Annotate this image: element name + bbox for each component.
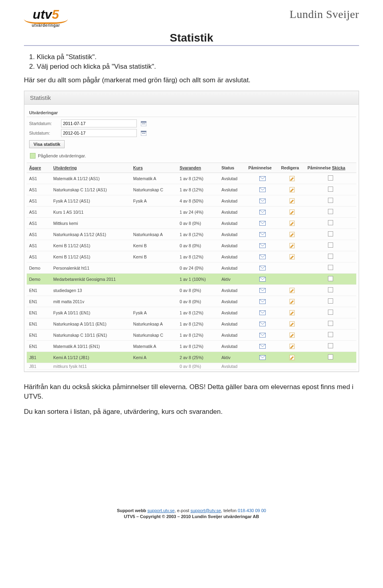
- statistik-panel: Statistik Utvärderingar Startdatum: Slut…: [24, 91, 359, 372]
- intro-note: Här ser du allt som pågår (markerat med …: [24, 76, 359, 84]
- cell-agare: AS1: [27, 251, 51, 262]
- edit-icon[interactable]: [281, 254, 303, 260]
- edit-icon[interactable]: [281, 288, 303, 293]
- checkbox[interactable]: [328, 287, 333, 292]
- cell-utvardering: mitt matta 2011v: [51, 296, 131, 307]
- cell-skicka: [305, 307, 356, 318]
- mail-icon[interactable]: [249, 254, 276, 259]
- footer-link-support-web[interactable]: support.utv.se: [147, 508, 174, 513]
- edit-icon[interactable]: [281, 321, 303, 327]
- edit-icon[interactable]: [281, 243, 303, 248]
- table-row: DemoMedarbetarenkät Geosigma 20111 av 1 …: [27, 274, 356, 285]
- edit-icon[interactable]: [281, 220, 303, 226]
- table-row: EN1Matematik A 10/11 (EN1)Matematik A1 a…: [27, 341, 356, 352]
- cell-paminnelse: [246, 173, 279, 184]
- cell-status: Avslutad: [219, 218, 246, 229]
- edit-icon[interactable]: [281, 355, 303, 360]
- cell-paminnelse: [246, 229, 279, 240]
- cell-agare: EN1: [27, 285, 51, 296]
- cell-paminnelse: [246, 262, 279, 274]
- mail-icon[interactable]: [249, 322, 276, 326]
- svg-rect-7: [142, 133, 143, 134]
- checkbox[interactable]: [328, 175, 333, 181]
- cell-utvardering: Mittkurs kemi: [51, 218, 131, 229]
- cell-kurs: Kemi B: [131, 251, 177, 262]
- cell-redigera: [279, 285, 305, 296]
- cell-agare: JB1: [27, 352, 51, 363]
- cell-agare: EN1: [27, 341, 51, 352]
- checkbox[interactable]: [328, 209, 333, 214]
- mail-icon[interactable]: [249, 333, 276, 338]
- cell-svaranden: 1 av 8 (12%): [177, 229, 219, 240]
- cell-skicka: [305, 285, 356, 296]
- start-date-input[interactable]: [61, 119, 137, 127]
- checkbox[interactable]: [328, 220, 333, 225]
- cell-agare: EN1: [27, 307, 51, 318]
- footer-link-support-email[interactable]: support@utv.se: [190, 508, 221, 513]
- checkbox[interactable]: [328, 265, 333, 270]
- mail-icon[interactable]: [249, 288, 276, 293]
- cell-paminnelse: [246, 285, 279, 296]
- checkbox[interactable]: [328, 254, 333, 259]
- th-utvardering[interactable]: Utvärdering: [51, 163, 131, 173]
- end-date-input[interactable]: [61, 129, 137, 137]
- edit-icon[interactable]: [281, 344, 303, 349]
- cell-paminnelse: [246, 251, 279, 262]
- mail-icon[interactable]: [249, 355, 276, 360]
- cell-skicka: [305, 240, 356, 251]
- cell-status: Avslutad: [219, 363, 246, 370]
- checkbox[interactable]: [328, 198, 333, 203]
- table-row: AS1Fysik A 11/12 (AS1)Fysik A4 av 8 (50%…: [27, 195, 356, 207]
- th-svaranden[interactable]: Svaranden: [177, 163, 219, 173]
- mail-icon[interactable]: [249, 344, 276, 349]
- th-agare[interactable]: Ägare: [27, 163, 51, 173]
- checkbox[interactable]: [328, 343, 333, 348]
- th-status: Status: [219, 163, 246, 173]
- mail-icon[interactable]: [249, 176, 276, 181]
- calendar-icon[interactable]: [141, 121, 146, 126]
- cell-kurs: Naturkunksap A: [131, 229, 177, 240]
- mail-icon[interactable]: [249, 199, 276, 203]
- edit-icon[interactable]: [281, 176, 303, 181]
- mail-icon[interactable]: [249, 232, 276, 237]
- mail-icon[interactable]: [249, 187, 276, 192]
- edit-icon[interactable]: [281, 232, 303, 237]
- th-skicka[interactable]: Påminnelse Skicka: [305, 163, 356, 173]
- checkbox[interactable]: [328, 276, 333, 281]
- cell-utvardering: Personalenkät ht11: [51, 262, 131, 274]
- cell-redigera: [279, 262, 305, 274]
- footer-phone: 018-430 09 00: [238, 508, 266, 513]
- svg-rect-1: [141, 121, 146, 123]
- checkbox[interactable]: [328, 231, 333, 236]
- page-header: utv5 utvärderingar Lundin Sveijer: [24, 8, 359, 28]
- mail-icon[interactable]: [249, 277, 276, 282]
- checkbox[interactable]: [328, 332, 333, 337]
- th-redigera: Redigera: [279, 163, 305, 173]
- mail-icon[interactable]: [249, 266, 276, 270]
- edit-icon[interactable]: [281, 299, 303, 304]
- mail-icon[interactable]: [249, 243, 276, 248]
- edit-icon[interactable]: [281, 310, 303, 316]
- checkbox[interactable]: [328, 187, 333, 192]
- checkbox[interactable]: [328, 354, 333, 360]
- edit-icon[interactable]: [281, 187, 303, 193]
- cell-redigera: [279, 240, 305, 251]
- checkbox[interactable]: [328, 298, 333, 304]
- checkbox[interactable]: [328, 310, 333, 315]
- checkbox[interactable]: [328, 242, 333, 248]
- checkbox[interactable]: [328, 321, 333, 326]
- visa-statistik-button[interactable]: Visa statistik: [29, 140, 65, 148]
- mail-icon[interactable]: [249, 310, 276, 315]
- mail-icon[interactable]: [249, 221, 276, 226]
- edit-icon[interactable]: [281, 209, 303, 215]
- calendar-icon[interactable]: [141, 130, 146, 136]
- edit-icon[interactable]: [281, 198, 303, 204]
- cell-paminnelse: [246, 352, 279, 363]
- edit-icon[interactable]: [281, 332, 303, 338]
- cell-skicka: [305, 229, 356, 240]
- cell-kurs: Matematik A: [131, 341, 177, 352]
- doc-title: Statistik: [24, 32, 359, 44]
- mail-icon[interactable]: [249, 210, 276, 215]
- mail-icon[interactable]: [249, 299, 276, 304]
- th-kurs[interactable]: Kurs: [131, 163, 177, 173]
